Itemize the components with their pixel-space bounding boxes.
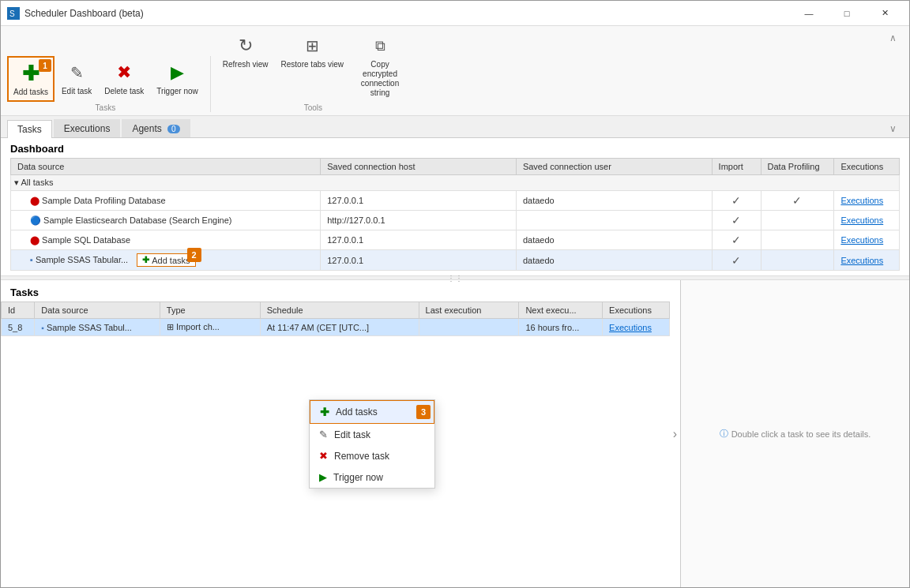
restore-tabs-icon: ⊞ [299,33,325,58]
delete-task-label: Delete task [104,87,144,96]
task-datasource: ▪ Sample SSAS Tabul... [35,319,160,336]
executions-cell[interactable]: Executions [834,230,900,250]
executions-cell[interactable]: Executions [834,211,900,230]
task-row[interactable]: 5_8 ▪ Sample SSAS Tabul... ⊞ Import ch..… [2,319,670,336]
badge-1: 1 [39,59,51,72]
titlebar: S Scheduler Dashboard (beta) — □ ✕ [1,1,909,26]
profiling-cell [761,250,834,271]
titlebar-controls: — □ ✕ [791,1,903,26]
datasource-name: Sample Data Profiling Database [42,196,166,205]
inline-add-tasks-button[interactable]: ✚ Add tasks 2 [137,253,195,267]
maximize-button[interactable]: □ [829,1,865,26]
context-edit-icon: ✎ [319,429,328,440]
import-cell: ✓ [712,191,761,211]
user-cell: dataedo [516,230,712,250]
table-row[interactable]: ⬤ Sample SQL Database 127.0.0.1 dataedo … [11,230,900,250]
toolbar-tools-group: ↻ Refresh view ⊞ Restore tabs view ⧉ Cop… [217,29,416,112]
task-schedule: At 11:47 AM (CET [UTC...] [260,319,419,336]
executions-cell[interactable]: Executions [834,191,900,211]
copy-connection-label: Copy encrypted connection string [356,60,404,98]
context-trigger-icon: ▶ [319,471,327,483]
main-content: Dashboard Data source Saved connection h… [1,138,909,587]
main-window: S Scheduler Dashboard (beta) — □ ✕ ✚ Add… [0,0,910,588]
context-edit-task[interactable]: ✎ Edit task [310,424,434,445]
table-row[interactable]: ⬤ Sample Data Profiling Database 127.0.0… [11,191,900,211]
datasource-name: Sample Elasticsearch Database (Search En… [43,215,231,225]
task-col-type: Type [160,302,260,319]
context-edit-label: Edit task [334,429,370,440]
copy-connection-toolbar-button[interactable]: ⧉ Copy encrypted connection string [351,29,409,102]
context-remove-label: Remove task [334,451,389,462]
task-executions[interactable]: Executions [603,319,670,336]
add-tasks-toolbar-button[interactable]: ✚ Add tasks 1 [7,56,55,102]
context-add-label: Add tasks [336,406,378,418]
trigger-now-toolbar-button[interactable]: ▶ Trigger now [151,56,203,102]
task-ds-icon: ▪ [41,324,44,332]
delete-task-icon: ✖ [111,60,137,85]
datasource-name: Sample SSAS Tabular... [36,255,128,264]
expand-panel-button[interactable]: › [670,421,680,448]
task-col-id: Id [2,302,35,319]
context-add-icon: ✚ [320,406,329,418]
tabs-collapse-button[interactable]: ∨ [883,123,903,134]
tasks-section: Tasks Id Data source Type Schedule Last … [1,280,909,587]
tasks-table: Id Data source Type Schedule Last execut… [1,301,670,336]
host-cell: 127.0.0.1 [321,230,517,250]
host-cell: 127.0.0.1 [321,250,517,271]
badge-3: 3 [416,405,431,419]
refresh-view-toolbar-button[interactable]: ↻ Refresh view [217,29,274,102]
task-col-schedule: Schedule [260,302,419,319]
col-user: Saved connection user [516,159,712,175]
restore-tabs-label: Restore tabs view [281,60,344,69]
tab-tasks[interactable]: Tasks [7,120,52,138]
delete-task-toolbar-button[interactable]: ✖ Delete task [99,56,149,102]
right-panel-text: Double click a task to see its details. [731,429,871,439]
ds-icon: ▪ [30,255,33,264]
tasks-title: Tasks [1,287,670,301]
col-import: Import [712,159,761,175]
refresh-label: Refresh view [223,60,269,69]
col-profiling: Data Profiling [761,159,834,175]
context-add-tasks[interactable]: ✚ Add tasks 3 [310,400,434,424]
col-datasource: Data source [11,159,321,175]
tools-group-label: Tools [217,103,409,112]
tab-executions[interactable]: Executions [54,119,121,137]
dashboard-section: Dashboard Data source Saved connection h… [1,138,909,275]
table-row[interactable]: ▪ Sample SSAS Tabular... ✚ Add tasks 2 1… [11,250,900,271]
minimize-button[interactable]: — [791,1,827,26]
context-menu: ✚ Add tasks 3 ✎ Edit task ✖ Remove task … [309,399,435,489]
user-cell [516,211,712,230]
task-col-datasource: Data source [35,302,160,319]
context-trigger-now[interactable]: ▶ Trigger now [310,466,434,488]
inline-add-label: Add tasks [152,256,190,265]
trigger-now-label: Trigger now [156,87,197,96]
trigger-now-icon: ▶ [165,60,190,85]
task-col-executions: Executions [603,302,670,319]
ds-icon: ⬤ [30,196,39,205]
executions-cell[interactable]: Executions [834,250,900,271]
task-col-lastexec: Last execution [419,302,519,319]
host-cell: 127.0.0.1 [321,191,517,211]
import-cell: ✓ [712,230,761,250]
app-icon: S [7,7,20,20]
user-cell: dataedo [516,250,712,271]
titlebar-left: S Scheduler Dashboard (beta) [7,7,144,20]
host-cell: http://127.0.0.1 [321,211,517,230]
toolbar: ✚ Add tasks 1 ✎ Edit task ✖ Delete task … [1,26,909,116]
window-title: Scheduler Dashboard (beta) [24,8,144,19]
agents-badge: 0 [167,125,180,133]
group-collapse-icon[interactable]: ▾ [14,178,19,187]
tab-agents[interactable]: Agents 0 [122,119,190,137]
dashboard-title: Dashboard [10,143,900,155]
table-row[interactable]: 🔵 Sample Elasticsearch Database (Search … [11,211,900,230]
toolbar-collapse-button[interactable]: ∧ [883,29,903,47]
context-remove-task[interactable]: ✖ Remove task [310,445,434,466]
group-label: All tasks [21,178,53,187]
profiling-cell: ✓ [761,191,834,211]
close-button[interactable]: ✕ [867,1,903,26]
restore-tabs-toolbar-button[interactable]: ⊞ Restore tabs view [276,29,349,102]
task-type: ⊞ Import ch... [160,319,260,336]
import-cell: ✓ [712,250,761,271]
edit-task-toolbar-button[interactable]: ✎ Edit task [56,56,97,102]
profiling-cell [761,230,834,250]
